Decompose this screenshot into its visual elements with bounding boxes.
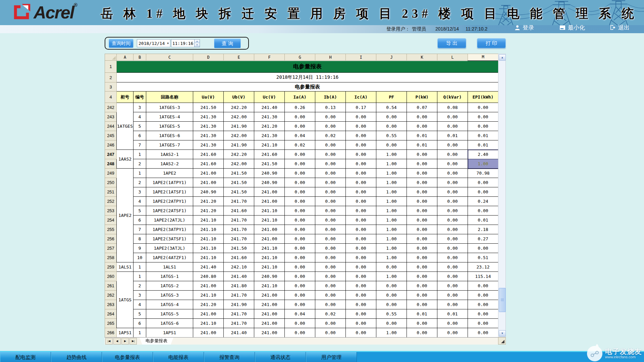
row-header[interactable]: 264 [105,309,117,319]
cell-ub[interactable]: 242.00 [224,159,254,169]
cell-number[interactable]: 6 [133,216,146,225]
column-letter-D[interactable]: D [193,54,224,61]
spin-up-icon[interactable]: ▲ [195,40,200,43]
sheet-tab[interactable]: 电参量报表 [140,338,173,345]
cell-p[interactable]: 0.00 [407,291,437,300]
cell-ua[interactable]: 241.00 [193,281,224,291]
cell-uc[interactable]: 241.00 [254,319,285,328]
column-letter-G[interactable]: G [285,54,315,61]
field-header[interactable]: PF [376,92,407,103]
cell-ua[interactable]: 240.80 [193,272,224,281]
cell-p[interactable]: 0.00 [407,169,437,178]
cell-p[interactable]: 0.00 [407,300,437,309]
row-header[interactable]: 265 [105,319,117,328]
cell-q[interactable]: 0.00 [437,281,468,291]
cell-uc[interactable]: 241.00 [254,328,285,338]
cell-q[interactable]: 0.00 [437,206,468,216]
cell-p[interactable]: 0.00 [407,122,437,131]
cell-pf[interactable]: 0.00 [376,122,407,131]
minimize-button[interactable]: 最小化 [559,24,585,32]
cell-circuit-name[interactable]: 1APE2(2ATPY1) [146,197,193,206]
cell-ib[interactable]: 0.00 [315,262,346,272]
cell-ua[interactable]: 241.10 [193,291,224,300]
cell-p[interactable]: 0.00 [407,262,437,272]
cell-p[interactable]: 0.07 [407,103,437,112]
cell-uc[interactable]: 241.00 [254,234,285,244]
row-header[interactable]: 1 [105,61,117,73]
cell-uc[interactable]: 241.00 [254,309,285,319]
cell-q[interactable]: 0.00 [437,225,468,234]
cell-pf[interactable]: 1.00 [376,187,407,197]
cell-ib[interactable]: 0.13 [315,103,346,112]
field-header[interactable]: Ib(A) [315,92,346,103]
cell-number[interactable]: 6 [133,319,146,328]
cell-number[interactable]: 6 [133,131,146,140]
cell-ua[interactable]: 241.10 [193,225,224,234]
cell-ub[interactable]: 241.70 [224,291,254,300]
cell-circuit-name[interactable]: 1ATGS-2 [146,281,193,291]
cell-number[interactable]: 4 [133,112,146,122]
cell-q[interactable]: 0.00 [437,216,468,225]
cell-ub[interactable]: 241.70 [224,225,254,234]
row-header[interactable]: 260 [105,272,117,281]
cell-p[interactable]: 0.01 [407,131,437,140]
cell-pf[interactable]: 1.00 [376,244,407,253]
cell-ia[interactable]: 0.02 [285,140,315,150]
cell-uc[interactable]: 241.00 [254,197,285,206]
cell-ua[interactable]: 241.10 [193,319,224,328]
cell-epi[interactable]: 0.00 [468,178,498,187]
report-banner-title[interactable]: 电参量报表 [117,61,498,73]
field-header[interactable]: Ua(V) [193,92,224,103]
cell-q[interactable]: 0.00 [437,112,468,122]
cell-ia[interactable]: 0.00 [285,272,315,281]
cell-uc[interactable]: 241.00 [254,187,285,197]
cell-uc[interactable]: 241.30 [254,131,285,140]
cell-number[interactable]: 5 [133,122,146,131]
column-letter-M[interactable]: M [468,54,498,61]
cell-pf[interactable]: 0.00 [376,300,407,309]
prev-sheet-button[interactable]: ◀ [113,338,121,345]
cell-number[interactable]: 4 [133,197,146,206]
bottom-nav-item-7[interactable]: 用户管理 [306,352,357,362]
cell-ub[interactable]: 242.00 [224,131,254,140]
cell-ua[interactable]: 241.20 [193,197,224,206]
row-header[interactable]: 259 [105,262,117,272]
cell-p[interactable]: 0.00 [407,319,437,328]
cell-ua[interactable]: 241.10 [193,234,224,244]
field-header[interactable]: 回路名称 [146,92,193,103]
cell-ib[interactable]: 0.00 [315,206,346,216]
cell-ub[interactable]: 241.70 [224,234,254,244]
cell-circuit-name[interactable]: 1AAS2-1 [146,150,193,159]
query-button[interactable]: 查 询 [214,39,241,48]
cell-ua[interactable]: 241.00 [193,328,224,338]
cell-epi[interactable]: 1.00 [468,159,498,169]
last-sheet-button[interactable]: ▶| [129,338,137,345]
bottom-nav-item-5[interactable]: 报警查询 [204,352,255,362]
cell-pf[interactable]: 1.00 [376,206,407,216]
bottom-nav-item-4[interactable]: 电能报表 [153,352,204,362]
column-letter-K[interactable]: K [407,54,437,61]
cell-ia[interactable]: 0.04 [285,131,315,140]
cell-number[interactable]: 10 [133,253,146,262]
cell-epi[interactable]: 2.40 [468,150,498,159]
column-letter-E[interactable]: E [224,54,254,61]
cell-ia[interactable]: 0.00 [285,244,315,253]
cell-number[interactable]: 1 [133,262,146,272]
cell-uc[interactable]: 240.90 [254,272,285,281]
cell-ic[interactable]: 0.00 [346,169,376,178]
cell-epi[interactable]: 115.14 [468,272,498,281]
cell-ua[interactable]: 241.30 [193,112,224,122]
cell-ia[interactable]: 0.00 [285,234,315,244]
cell-ib[interactable]: 0.00 [315,272,346,281]
cell-ia[interactable]: 0.00 [285,300,315,309]
cell-ib[interactable]: 0.00 [315,187,346,197]
row-header[interactable]: 245 [105,131,117,140]
date-dropdown[interactable]: 2018/12/14 ▼ [137,39,170,47]
row-header[interactable]: 256 [105,234,117,244]
cell-ub[interactable]: 241.50 [224,178,254,187]
cell-ua[interactable]: 241.00 [193,169,224,178]
cell-p[interactable]: 0.00 [407,178,437,187]
cell-pf[interactable]: 1.00 [376,272,407,281]
cabinet-cell[interactable]: 1APS1 [117,328,133,338]
cell-epi[interactable]: 0.24 [468,197,498,206]
